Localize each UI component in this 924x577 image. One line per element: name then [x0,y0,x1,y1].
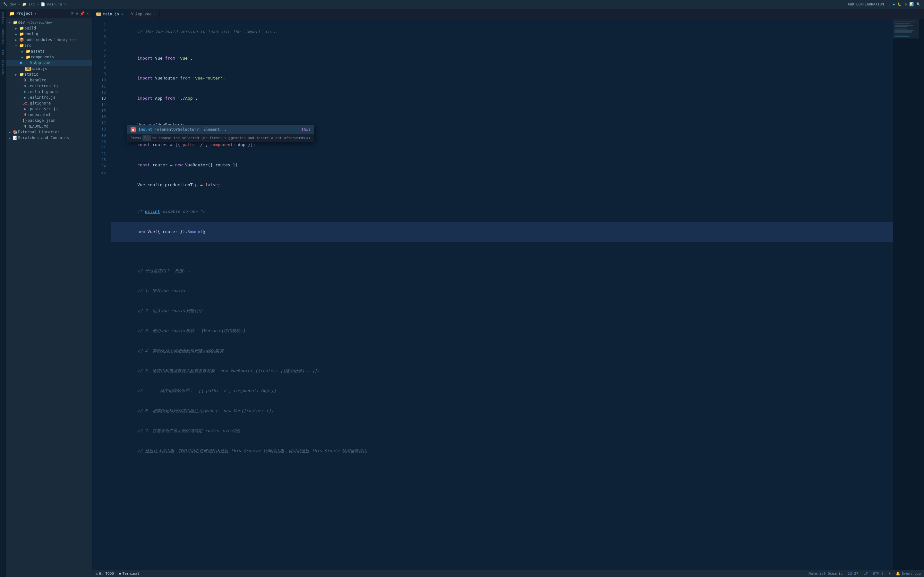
code-line-10: Vue.config.productionTip = false; [111,175,893,195]
project-folder-icon: 📁 [9,11,15,16]
position-label: 13:27 [848,572,858,576]
tree-item-build[interactable]: ▶ 📁 build [6,25,92,31]
eslintignore-icon: ◈ [22,89,27,94]
breadcrumb-sep1: > [18,2,20,6]
add-configuration-button[interactable]: ADD CONFIGURATION... [848,2,890,6]
breadcrumb-sep2: > [37,2,39,6]
tree-item-config[interactable]: ▶ 📁 config [6,31,92,37]
npm-sidebar-toggle[interactable]: npm [1,47,5,57]
code-line-23: // 通过注入路由器，我们可以在任何组件内通过 this.$router 访问路… [111,441,893,461]
scratches-icon: 📝 [12,135,18,140]
encoding-status[interactable]: UTF-8 [873,572,884,576]
todo-status[interactable]: ⚠ 6: TODO [95,572,114,576]
tab-vue-icon: V [131,12,134,16]
chevron-down-icon: ▾ [13,44,19,47]
code-editor[interactable]: // The Vue build version to load with th… [108,19,893,570]
git-status[interactable]: ♦ [889,572,891,576]
src-folder-icon: 📁 [19,43,24,48]
tree-item-app-vue[interactable]: ▶ V App.vue [6,60,92,66]
build-folder-icon: 📁 [19,26,24,31]
project-name[interactable]: Project [16,11,33,16]
far-left-labels: Project Structure npm Favorites [0,9,6,577]
tree-item-static[interactable]: ▶ 📁 static [6,71,92,77]
sync-icon[interactable]: ⟳ [71,11,74,16]
tree-item-postcssrc[interactable]: ▶ ◈ .postcssrc.js [6,106,92,112]
debug-icon[interactable]: 🐛 [897,2,902,6]
tree-item-editorconfig[interactable]: ▶ ⚙ .editorconfig [6,83,92,89]
tab-app-vue-close[interactable]: ✕ [153,12,156,16]
file-tree-header: 📁 Project ▾ ⟳ ⚙ 📌 ✕ [6,9,92,18]
static-folder-icon: 📁 [19,72,24,77]
chevron-right-icon: ▶ [13,32,19,36]
project-chevron[interactable]: ▾ [35,12,37,15]
tree-item-dev[interactable]: ▾ 📁 dev ~/Desktop/dev [6,19,92,25]
tab-app-vue[interactable]: V App.vue ✕ [128,9,160,19]
babelrc-icon: B [22,78,27,82]
eslintignore-name: .eslintignore [27,89,58,94]
library-root-badge: library root [54,38,78,42]
notification-icon: 🔔 [896,572,900,576]
run-icon[interactable]: ▶ [893,2,895,6]
breadcrumb-mainjs[interactable]: main.js [47,2,62,6]
tab-main-js[interactable]: JS main.js ✕ [92,9,128,19]
project-sidebar-toggle[interactable]: Project [1,9,5,26]
pin-icon[interactable]: 📌 [80,11,85,16]
settings-icon[interactable]: ⚙ [76,11,78,16]
theme-status[interactable]: Material Oceanic [809,572,843,576]
git-icon: ♦ [889,572,891,576]
tree-item-babelrc[interactable]: ▶ B .babelrc [6,77,92,83]
editor-area: JS main.js ✕ V App.vue ✕ 1 2 3 4 5 6 7 8 [92,9,924,577]
autocomplete-item-mount[interactable]: ● $mount (elementOrSelector?: Element...… [128,125,314,134]
terminal-status[interactable]: ▪ Terminal [119,572,140,576]
eventlog-status[interactable]: 🔔 Event Log [896,572,921,576]
hint-arrow: >> [306,135,310,141]
warning-icon: ⚠ [95,572,98,576]
tab-main-js-close[interactable]: ✕ [121,12,123,16]
lf-status[interactable]: LF [863,572,867,576]
structure-sidebar-toggle[interactable]: Structure [1,26,5,47]
code-line-6 [111,108,893,115]
search-icon[interactable]: 🔍 [916,2,921,6]
tree-item-gitignore[interactable]: ▶ ⎇ .gitignore [6,100,92,106]
app-vue-icon: V [28,61,34,65]
components-folder-name: components [31,55,54,59]
autocomplete-this-label: this [301,127,310,133]
code-line-21: // 6. 把实例化得到的路由器注入到vue中 new Vue({router:… [111,401,893,421]
autocomplete-method-icon: ● [131,127,136,132]
breadcrumb-src[interactable]: src [29,2,35,6]
tree-item-packagejson[interactable]: ▶ {} package.json [6,118,92,123]
postcssrc-icon: ◈ [22,107,27,111]
tree-item-external-libs[interactable]: ▶ 📚 External Libraries [6,129,92,135]
hide-icon[interactable]: ✕ [87,11,89,16]
tree-item-components[interactable]: ▶ 📁 components [6,54,92,60]
code-line-24 [111,461,893,468]
dev-folder-name: dev [18,20,25,25]
src-folder-name: src [24,43,31,48]
readmemd-icon: M [22,124,27,129]
code-line-17: // 3. 使用vue-router模块 【Vue.use(路由模块)】 [111,321,893,341]
app-vue-name: App.vue [34,61,50,65]
status-right: Material Oceanic 13:27 LF UTF-8 ♦ 🔔 Even… [809,572,921,576]
tree-item-main-js[interactable]: ▶ JS main.js [6,66,92,71]
line-numbers: 1 2 3 4 5 6 7 8 9 10 11 12 13 14 15 16 1… [92,19,108,570]
position-status[interactable]: 13:27 [848,572,858,576]
tree-item-node-modules[interactable]: ▶ 📦 node_modules library root [6,37,92,43]
code-line-4: import VueRouter from 'vue-router'; [111,69,893,89]
tree-item-eslintrc[interactable]: ▶ ◈ .eslintrc.js [6,95,92,100]
favorites-sidebar-toggle[interactable]: Favorites [1,57,5,78]
tree-item-src[interactable]: ▾ 📁 src [6,43,92,48]
tree-item-eslintignore[interactable]: ▶ ◈ .eslintignore [6,89,92,95]
chevron-right-icon: ▶ [7,131,12,134]
coverage-icon[interactable]: 📊 [909,2,914,6]
code-line-12: /* eslint-disable no-new */ [111,202,893,222]
tree-item-readmemd[interactable]: ▶ M README.md [6,123,92,129]
tree-item-assets[interactable]: ▶ 📁 assets [6,48,92,54]
run-config-icon[interactable]: ⚙ [905,2,907,6]
breadcrumb-dev[interactable]: dev [10,2,16,6]
editor-scrollbar[interactable] [919,19,924,570]
autocomplete-popup[interactable]: ● $mount (elementOrSelector?: Element...… [127,125,314,142]
tree-item-scratches[interactable]: ▶ 📝 Scratches and Consoles [6,135,92,141]
tree-item-indexhtml[interactable]: ▶ H index.html [6,112,92,118]
chevron-right-icon: ▶ [13,73,19,76]
node-modules-name: node_modules [24,37,52,42]
